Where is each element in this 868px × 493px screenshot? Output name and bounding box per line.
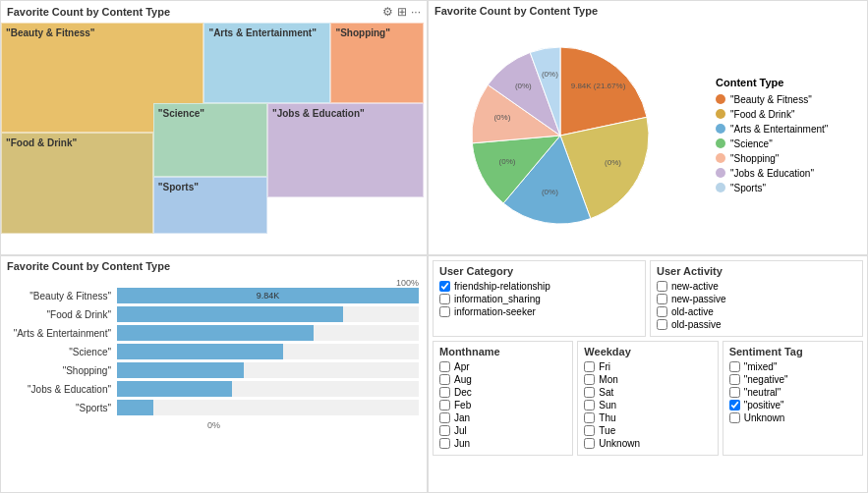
bar-track (117, 325, 419, 341)
filter-checkbox[interactable] (439, 294, 450, 304)
filter-checkbox[interactable] (729, 400, 740, 411)
filter-checkbox[interactable] (439, 361, 450, 372)
legend-item: "Science" (716, 138, 863, 149)
bar-row-label: "Food & Drink" (9, 309, 117, 320)
bar-fill (117, 381, 232, 397)
treemap-cell: "Jobs & Education" (267, 103, 424, 198)
legend-items: "Beauty & Fitness""Food & Drink""Arts & … (716, 94, 863, 193)
filter-item: "neutral" (729, 387, 856, 398)
filter-label: "neutral" (744, 387, 781, 398)
filter-label: Jan (454, 412, 470, 423)
more-icon[interactable]: ··· (411, 5, 421, 19)
filter-checkbox[interactable] (729, 387, 740, 398)
filter-item: Unknown (729, 412, 856, 423)
filter-checkbox[interactable] (729, 412, 740, 423)
filter-checkbox[interactable] (584, 374, 595, 385)
bar-row-label: "Sports" (9, 403, 117, 413)
legend-title: Content Type (716, 77, 863, 88)
user-category-title: User Category (439, 265, 639, 277)
filter-item: Jun (439, 438, 566, 449)
bar-row-label: "Science" (9, 347, 117, 357)
filter-checkbox[interactable] (657, 306, 667, 317)
filter-checkbox[interactable] (439, 281, 450, 292)
filter-item: "positive" (729, 400, 856, 411)
filter-checkbox[interactable] (657, 281, 667, 292)
bar-chart-container: 100% "Beauty & Fitness"9.84K"Food & Drin… (1, 274, 427, 434)
filter-label: Mon (599, 374, 617, 385)
filter-checkbox[interactable] (439, 374, 450, 385)
bar-row-label: "Shopping" (9, 365, 117, 376)
filter-label: Feb (454, 400, 471, 411)
filter-checkbox[interactable] (584, 387, 595, 398)
sentiment-tag-title: Sentiment Tag (729, 346, 856, 357)
filter-item: Unknown (584, 438, 711, 449)
filter-label: "positive" (744, 400, 784, 411)
filter-checkbox[interactable] (439, 400, 450, 411)
monthname-items[interactable]: AprAugDecFebJanJulJun (439, 361, 566, 451)
bar-track (117, 344, 419, 359)
filter-checkbox[interactable] (584, 361, 595, 372)
filter-checkbox[interactable] (657, 294, 667, 304)
filter-label: "negative" (744, 374, 788, 385)
filter-label: Jun (454, 438, 470, 449)
pie-label: (0%) (515, 82, 532, 90)
pie-label: (0%) (542, 188, 558, 196)
filter-label: Apr (454, 361, 470, 372)
filter-checkbox[interactable] (729, 361, 740, 372)
filter-checkbox[interactable] (657, 319, 667, 330)
bar-row-label: "Beauty & Fitness" (9, 291, 117, 301)
pie-label: (0%) (542, 70, 558, 79)
pie-svg-container: 9.84K (21.67%)(0%)(0%)(0%)(0%)(0%)(0%) (433, 32, 708, 241)
bar-fill (117, 306, 343, 322)
sentiment-tag-section: Sentiment Tag "mixed""negative""neutral"… (723, 341, 863, 456)
weekday-items[interactable]: FriMonSatSunThuTueUnknown (584, 361, 711, 451)
filter-panel: User Category friendship-relationshipinf… (428, 255, 868, 493)
filter-label: Thu (599, 412, 615, 423)
filter-item: Mon (584, 374, 711, 385)
user-activity-title: User Activity (657, 265, 856, 277)
monthname-title: Monthname (439, 346, 566, 357)
filter-checkbox[interactable] (584, 400, 595, 411)
filter-item: Thu (584, 412, 711, 423)
bar-track (117, 362, 419, 378)
filter-item: Aug (439, 374, 566, 385)
filter-label: Aug (454, 374, 472, 385)
monthname-section: Monthname AprAugDecFebJanJulJun (433, 341, 573, 456)
filter-checkbox[interactable] (439, 425, 450, 436)
bar-track (117, 381, 419, 397)
zero-label: 0% (207, 420, 220, 430)
sentiment-tag-items[interactable]: "mixed""negative""neutral""positive"Unkn… (729, 361, 856, 425)
filter-label: Unknown (599, 438, 640, 449)
treemap-cell: "Arts & Entertainment" (203, 23, 330, 103)
pie-title: Favorite Count by Content Type (434, 5, 598, 17)
bottom-filters: Monthname AprAugDecFebJanJulJun Weekday … (433, 341, 863, 456)
filter-checkbox[interactable] (439, 412, 450, 423)
filter-checkbox[interactable] (729, 374, 740, 385)
filter-item: old-active (657, 306, 856, 317)
bar-title: Favorite Count by Content Type (7, 260, 170, 272)
bar-row: "Sports" (9, 400, 419, 415)
filter-checkbox[interactable] (439, 306, 450, 317)
percent-axis: 100% (9, 278, 419, 288)
filter-item: Sat (584, 387, 711, 398)
filter-checkbox[interactable] (584, 425, 595, 436)
bar-row-label: "Arts & Entertainment" (9, 328, 117, 339)
filter-item: Jul (439, 425, 566, 436)
expand-icon[interactable]: ⊞ (397, 5, 407, 19)
filter-checkbox[interactable] (439, 387, 450, 398)
filter-item: "mixed" (729, 361, 856, 372)
treemap-cell: "Shopping" (330, 23, 424, 103)
filter-checkbox[interactable] (584, 438, 595, 449)
bar-row: "Beauty & Fitness"9.84K (9, 288, 419, 303)
pie-content: 9.84K (21.67%)(0%)(0%)(0%)(0%)(0%)(0%) C… (429, 19, 867, 254)
pie-label: (0%) (605, 158, 621, 167)
filter-icon[interactable]: ⚙ (382, 5, 393, 19)
filter-label: Jul (454, 425, 467, 436)
bar-row: "Food & Drink" (9, 306, 419, 322)
filter-checkbox[interactable] (584, 412, 595, 423)
panel-icons: ⚙ ⊞ ··· (382, 5, 421, 19)
filter-checkbox[interactable] (439, 438, 450, 449)
bar-row: "Arts & Entertainment" (9, 325, 419, 341)
pie-label: 9.84K (21.67%) (571, 82, 626, 90)
bar-track: 9.84K (117, 288, 419, 303)
